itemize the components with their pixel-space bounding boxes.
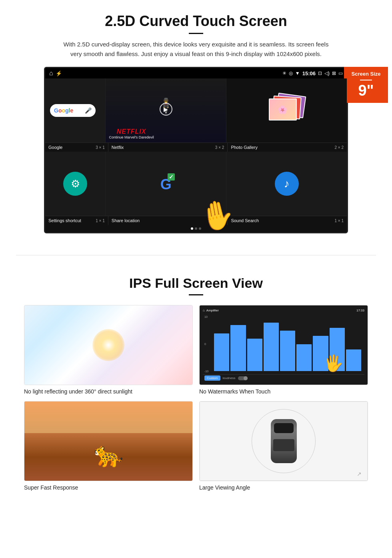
cheetah-visual: 🐆 xyxy=(24,401,192,481)
feature-label-cheetah: Super Fast Response xyxy=(24,484,193,491)
google-name: Google xyxy=(48,145,62,150)
label-settings: Settings shortcut 1 × 1 xyxy=(45,216,108,225)
camera-icon: ⊡ xyxy=(318,70,322,76)
app-cell-gallery[interactable]: 🌸 xyxy=(226,78,347,143)
location-icon: ◎ xyxy=(289,70,293,76)
eq-bar-4 xyxy=(264,323,279,371)
settings-cell-inner: ⚙ xyxy=(45,152,105,216)
sun-glow xyxy=(92,329,124,361)
section-ips-full-screen: IPS Full Screen View No light reflecting… xyxy=(0,267,392,499)
hand-overlay: 🤚 xyxy=(197,196,237,233)
maps-icon: G ✓ xyxy=(160,175,172,193)
section2-title: IPS Full Screen View xyxy=(24,275,368,291)
label-netflix: Netflix 3 × 2 xyxy=(108,143,228,152)
google-logo-text: Google xyxy=(54,107,73,114)
app-cell-sound-search[interactable]: ♪ xyxy=(226,152,347,216)
amp-time: 17:33 xyxy=(356,309,364,312)
close-icon: ⊠ xyxy=(332,70,336,76)
label-sound-search: Sound Search 1 × 1 xyxy=(228,216,347,225)
car-body xyxy=(271,419,297,463)
app-grid-row1: Google 🎤 🕴 ▶ xyxy=(45,78,347,143)
car-windshield xyxy=(274,423,294,433)
feature-label-sunlight: No light reflecting under 360° direct su… xyxy=(24,388,193,395)
gallery-name: Photo Gallery xyxy=(231,145,258,150)
play-button[interactable]: ▶ xyxy=(160,103,172,116)
amp-loudness: loudness xyxy=(223,376,236,380)
section-curved-touch-screen: 2.5D Curved Touch Screen With 2.5D curve… xyxy=(0,0,392,243)
feature-label-car: Large Viewing Angle xyxy=(199,484,368,491)
netflix-grid: 3 × 2 xyxy=(215,145,224,150)
status-bar: ⌂ ⚡ ✳ ◎ ▼ 15:06 ⊡ ◁) ⊠ ▭ xyxy=(45,68,347,78)
app-grid-row2: ⚙ G ✓ 🤚 xyxy=(45,152,347,216)
amp-title: Amplifier xyxy=(206,309,219,312)
car-visual: ↗ xyxy=(200,401,368,481)
eq-bar-3 xyxy=(247,339,262,371)
feature-amplifier: ⌂ Amplifier 17:33 100-10 xyxy=(199,305,368,395)
amp-custom-btn: Custom xyxy=(204,375,220,381)
label-gallery: Photo Gallery 2 × 2 xyxy=(228,143,347,152)
google-search-bar[interactable]: Google 🎤 xyxy=(50,104,96,117)
feature-img-cheetah: 🐆 xyxy=(24,401,193,481)
cheetah-sky xyxy=(24,401,192,433)
netflix-logo: NETFLIX xyxy=(109,128,154,135)
wifi-icon: ▼ xyxy=(295,70,300,76)
eq-bar-6 xyxy=(296,344,312,371)
section-divider-line xyxy=(16,255,376,255)
page-dots xyxy=(45,225,347,232)
feature-car: ↗ Large Viewing Angle xyxy=(199,401,368,491)
screen-size-badge: Screen Size 9" xyxy=(344,67,388,103)
app-labels-row2: Settings shortcut 1 × 1 Share location 1… xyxy=(45,216,347,225)
badge-size: 9" xyxy=(347,83,385,98)
share-name: Share location xyxy=(112,218,140,223)
section2-divider xyxy=(189,294,203,295)
mic-icon[interactable]: 🎤 xyxy=(85,107,92,114)
app-cell-settings[interactable]: ⚙ xyxy=(45,152,106,216)
netflix-name: Netflix xyxy=(112,145,124,150)
google-cell-inner: Google 🎤 xyxy=(45,78,105,143)
device-screen: ⌂ ⚡ ✳ ◎ ▼ 15:06 ⊡ ◁) ⊠ ▭ xyxy=(44,67,348,233)
feature-img-amplifier: ⌂ Amplifier 17:33 100-10 xyxy=(199,305,368,385)
dot-1 xyxy=(191,227,193,230)
netflix-content: NETFLIX Continue Marvel's Daredevil xyxy=(109,128,154,139)
google-grid: 3 × 1 xyxy=(96,145,105,150)
feature-img-car: ↗ xyxy=(199,401,368,481)
car-circle xyxy=(252,409,316,473)
hand-touch: 🖐 xyxy=(324,354,344,373)
device-container: Screen Size 9" ⌂ ⚡ ✳ ◎ ▼ 15:06 ⊡ ◁) ⊠ ▭ xyxy=(44,67,348,235)
feature-cheetah: 🐆 Super Fast Response xyxy=(24,401,193,491)
eq-bar-2 xyxy=(230,325,246,371)
sound-search-grid: 1 × 1 xyxy=(334,219,344,223)
app-cell-share[interactable]: G ✓ 🤚 xyxy=(106,152,226,216)
feature-img-sunlight xyxy=(24,305,193,385)
photo-stack: 🌸 xyxy=(269,94,305,126)
app-labels-row1: Google 3 × 1 Netflix 3 × 2 Photo Gallery… xyxy=(45,143,347,152)
eq-bar-9 xyxy=(346,349,361,371)
feature-label-amplifier: No Watermarks When Touch xyxy=(199,388,368,395)
amplifier-visual: ⌂ Amplifier 17:33 100-10 xyxy=(200,305,368,385)
amp-top-bar: ⌂ Amplifier 17:33 xyxy=(203,309,364,312)
settings-name: Settings shortcut xyxy=(48,218,81,223)
label-google: Google 3 × 1 xyxy=(45,143,108,152)
eq-bar-1 xyxy=(214,333,229,371)
cheetah-icon: 🐆 xyxy=(94,440,124,469)
badge-divider xyxy=(360,80,372,80)
sound-search-cell-inner: ♪ xyxy=(226,152,347,216)
music-icon: ♪ xyxy=(275,172,299,196)
settings-icon: ⚙ xyxy=(63,172,87,196)
section1-divider xyxy=(189,33,203,34)
app-cell-google[interactable]: Google 🎤 xyxy=(45,78,106,143)
home-icon[interactable]: ⌂ xyxy=(49,70,53,77)
device-wrapper: Screen Size 9" ⌂ ⚡ ✳ ◎ ▼ 15:06 ⊡ ◁) ⊠ ▭ xyxy=(44,67,348,233)
section1-description: With 2.5D curved-display screen, this de… xyxy=(60,40,332,59)
gallery-grid: 2 × 2 xyxy=(334,145,344,150)
window-icon: ▭ xyxy=(338,70,343,76)
bluetooth-icon: ✳ xyxy=(282,70,286,76)
volume-icon: ◁) xyxy=(324,70,330,76)
sunlight-visual xyxy=(24,305,192,385)
clock: 15:06 xyxy=(302,70,316,76)
app-cell-netflix[interactable]: 🕴 ▶ NETFLIX Continue Marvel's Daredevil xyxy=(106,78,226,143)
car-arrow: ↗ xyxy=(357,471,362,477)
feature-sunlight: No light reflecting under 360° direct su… xyxy=(24,305,193,395)
share-cell-inner: G ✓ 🤚 xyxy=(106,152,226,216)
amp-bottom-bar: Custom loudness xyxy=(203,374,364,381)
